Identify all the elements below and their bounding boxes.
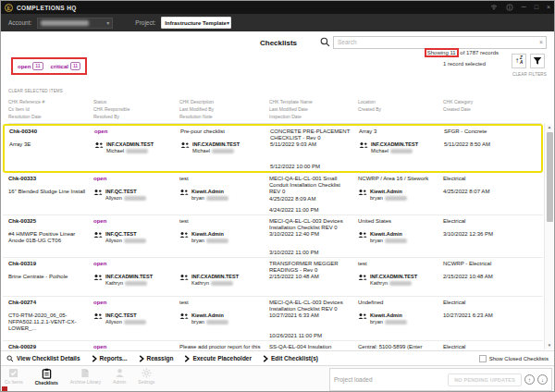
location: United States bbox=[358, 218, 438, 231]
redacted-name bbox=[390, 149, 413, 153]
funnel-icon bbox=[533, 56, 542, 66]
clear-filters-button[interactable]: CLEAR FILTERS bbox=[512, 72, 547, 77]
arrow-right-icon bbox=[139, 355, 144, 362]
vertical-scrollbar[interactable]: ▲ ▼ bbox=[544, 124, 553, 349]
clipboard-icon bbox=[42, 368, 52, 379]
chk-responsible: INF.CXADMIN.TEST Kathryn bbox=[93, 274, 175, 287]
nav-item-settings[interactable]: Settings bbox=[138, 368, 154, 386]
chip-count-badge: 11 bbox=[32, 62, 43, 70]
chk-description: test bbox=[179, 176, 265, 189]
chk-reference: Chk-00325 bbox=[8, 218, 89, 231]
cx-item-id: #4 HMWPE Positive Linear Anode 01B-UG CT… bbox=[8, 231, 89, 244]
people-icon bbox=[93, 312, 103, 320]
search-clear-icon[interactable]: × bbox=[539, 39, 543, 45]
status-badge: open bbox=[93, 218, 175, 231]
show-closed-checkbox[interactable] bbox=[479, 355, 487, 362]
people-icon bbox=[93, 189, 103, 196]
maximize-button[interactable]: □ bbox=[535, 1, 538, 14]
no-pending-updates-button[interactable]: NO PENDING UPDATES bbox=[448, 374, 522, 386]
chk-category: Electrical bbox=[443, 176, 538, 189]
chk-template-name: MECI-QA-EL-CL-003 Devices Installation C… bbox=[269, 300, 353, 312]
magnifier-icon bbox=[6, 355, 14, 362]
chk-reference: Chk-00029 bbox=[8, 344, 89, 350]
chk-description bbox=[179, 261, 265, 274]
location: Array 3 bbox=[359, 129, 439, 141]
chk-responsible: INF.QC.TEST Allyson bbox=[93, 312, 175, 325]
created-date: 4/25/2022 8:07 AM bbox=[443, 189, 538, 195]
inspection-date: 5/12/2022 10:00 PM bbox=[270, 162, 354, 169]
project-status-box: Project loaded NO PENDING UPDATES ↑ ↓ bbox=[329, 368, 552, 391]
filter-chip-open[interactable]: open 11 bbox=[18, 62, 43, 70]
status-badge: open bbox=[94, 129, 176, 141]
project-value: Infrastructure Template bbox=[165, 20, 227, 26]
search-input[interactable] bbox=[333, 36, 547, 49]
created-date: 2/15/2022 10:48 AM bbox=[443, 274, 538, 280]
nav-item-checklists[interactable]: Checklists bbox=[35, 368, 58, 386]
annotation-showing-count: Showing 11 bbox=[425, 48, 459, 57]
last-modified-date: 4/25/2022 8:09 AM bbox=[269, 196, 353, 202]
chk-description: test bbox=[179, 218, 265, 231]
last-modified-by: Kiewit.Admin bryan bbox=[179, 189, 265, 202]
close-button[interactable]: × bbox=[547, 1, 550, 14]
table-row[interactable]: Chk-00274 CT0-RTM-2020_06_05-NFPA502.11.… bbox=[3, 297, 543, 341]
chk-category: Electrical bbox=[443, 300, 538, 312]
people-icon bbox=[93, 274, 103, 281]
redacted-name bbox=[206, 239, 228, 243]
filter-button[interactable] bbox=[530, 54, 545, 68]
last-modified-date: 10/27/2021 6:33 AM bbox=[269, 312, 353, 319]
last-modified-date: 2/15/2022 10:48 AM bbox=[269, 274, 353, 280]
minimize-button[interactable]: ─ bbox=[522, 1, 526, 14]
redacted-account-value bbox=[41, 20, 89, 26]
reassign-button[interactable]: Reassign bbox=[139, 355, 174, 362]
nav-item-archive-library[interactable]: Archive Library bbox=[70, 368, 101, 386]
table-row[interactable]: Chk-00340 Array 3E open INF.CXADMIN.TEST… bbox=[3, 124, 543, 173]
app-title: COMPLETIONS HQ bbox=[17, 5, 77, 11]
account-select[interactable]: ▾ bbox=[37, 18, 113, 29]
view-checklist-details-button[interactable]: View Checklist Details bbox=[6, 355, 80, 362]
edit-checklists-button[interactable]: Edit Checklist(s) bbox=[263, 355, 318, 362]
project-select[interactable]: Infrastructure Template ▾ bbox=[161, 17, 231, 29]
people-icon bbox=[358, 231, 367, 239]
sort-button[interactable]: ↑ ZA bbox=[512, 54, 526, 68]
search-icon bbox=[320, 34, 330, 51]
action-bar: View Checklist Details Reports... Reassi… bbox=[1, 350, 554, 365]
redacted-name bbox=[124, 196, 146, 201]
project-label: Project: bbox=[135, 19, 155, 26]
table-row[interactable]: Chk-00333 16" Blended Sludge Line Instal… bbox=[3, 173, 543, 215]
clear-selected-items-button[interactable]: CLEAR SELECTED ITEMS bbox=[8, 89, 63, 93]
people-icon bbox=[179, 231, 189, 239]
download-icon[interactable]: ↓ bbox=[537, 374, 548, 385]
inspection-date bbox=[269, 292, 353, 294]
arrow-right-icon bbox=[184, 355, 190, 362]
inspection-date: 10/26/2021 11:00 PM bbox=[269, 331, 353, 338]
execute-placeholder-button[interactable]: Execute Placeholder bbox=[184, 355, 252, 362]
reports-button[interactable]: Reports... bbox=[92, 355, 128, 362]
annotation-corner-marker bbox=[2, 386, 7, 392]
people-icon bbox=[358, 274, 367, 281]
people-icon bbox=[94, 141, 104, 149]
table-row[interactable]: Chk-00325 #4 HMWPE Positive Linear Anode… bbox=[3, 215, 543, 258]
sort-arrow-icon: ↑ bbox=[515, 57, 519, 65]
inspection-date: 4/24/2022 11:00 PM bbox=[269, 205, 353, 213]
chk-reference: Chk-00274 bbox=[8, 300, 89, 312]
info-icon[interactable] bbox=[506, 4, 513, 12]
upload-icon[interactable]: ↑ bbox=[524, 374, 535, 385]
status-badge: open bbox=[93, 300, 175, 312]
document-icon bbox=[80, 368, 90, 378]
filter-chip-critical[interactable]: critical 11 bbox=[51, 62, 81, 70]
cx-item-id: 16" Blended Sludge Line Install bbox=[8, 189, 89, 195]
last-modified-date: 5/11/2022 9:03 AM bbox=[270, 141, 354, 148]
table-row[interactable]: Chk-00029 open Please add proctor report… bbox=[3, 341, 543, 350]
redacted-name bbox=[206, 320, 228, 325]
chk-responsible: INF.QC.TEST Allyson bbox=[93, 189, 175, 202]
nav-item-cx-items[interactable]: Cx Items bbox=[5, 368, 23, 386]
scrollbar-thumb[interactable] bbox=[547, 132, 553, 222]
redacted-name bbox=[385, 320, 407, 325]
table-row[interactable]: Chk-00319 Brine Centrate - Pothole open … bbox=[3, 258, 543, 297]
records-count: Showing 11 of 1787 records bbox=[425, 48, 499, 57]
nav-item-admin[interactable]: Admin bbox=[113, 368, 126, 386]
wifi-icon bbox=[490, 4, 498, 11]
scroll-down-icon[interactable]: ▼ bbox=[545, 342, 554, 349]
scroll-up-icon[interactable]: ▲ bbox=[545, 124, 554, 131]
inspection-date: 3/10/2022 11:00 PM bbox=[269, 248, 353, 255]
